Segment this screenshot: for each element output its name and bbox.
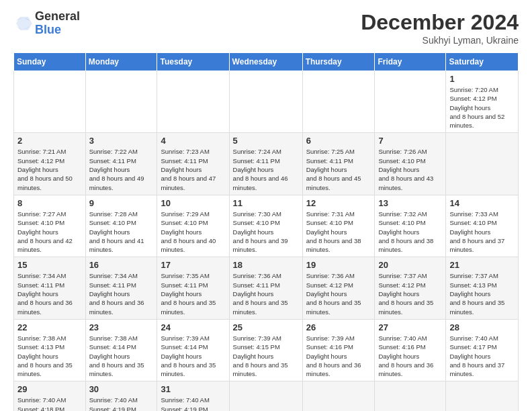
calendar-cell	[446, 381, 519, 411]
day-info: Sunrise: 7:27 AM Sunset: 4:10 PM Dayligh…	[17, 210, 82, 254]
day-info: Sunrise: 7:26 AM Sunset: 4:10 PM Dayligh…	[378, 147, 442, 191]
calendar-cell: 19 Sunrise: 7:36 AM Sunset: 4:12 PM Dayl…	[302, 257, 375, 319]
calendar-cell: 12 Sunrise: 7:31 AM Sunset: 4:10 PM Dayl…	[302, 195, 375, 257]
day-info: Sunrise: 7:22 AM Sunset: 4:11 PM Dayligh…	[89, 147, 154, 191]
location-subtitle: Sukhyi Lyman, Ukraine	[361, 35, 519, 46]
day-number: 1	[449, 74, 515, 84]
calendar-cell: 22 Sunrise: 7:38 AM Sunset: 4:13 PM Dayl…	[14, 319, 86, 381]
day-info: Sunrise: 7:34 AM Sunset: 4:11 PM Dayligh…	[17, 271, 82, 316]
day-number: 7	[378, 136, 442, 146]
day-number: 13	[378, 198, 442, 208]
calendar-cell: 21 Sunrise: 7:37 AM Sunset: 4:13 PM Dayl…	[446, 257, 519, 319]
calendar-cell	[375, 381, 446, 411]
day-number: 15	[17, 260, 82, 270]
day-number: 21	[449, 260, 515, 270]
logo: General Blue	[13, 10, 80, 37]
day-number: 2	[17, 136, 82, 146]
day-number: 11	[233, 198, 299, 208]
page: General Blue December 2024 Sukhyi Lyman,…	[0, 0, 532, 411]
calendar-cell	[229, 381, 302, 411]
day-info: Sunrise: 7:29 AM Sunset: 4:10 PM Dayligh…	[161, 210, 225, 254]
day-info: Sunrise: 7:23 AM Sunset: 4:11 PM Dayligh…	[161, 147, 225, 191]
day-info: Sunrise: 7:30 AM Sunset: 4:10 PM Dayligh…	[233, 210, 299, 254]
day-info: Sunrise: 7:36 AM Sunset: 4:11 PM Dayligh…	[233, 271, 299, 316]
day-info: Sunrise: 7:40 AM Sunset: 4:17 PM Dayligh…	[449, 334, 515, 378]
day-number: 25	[233, 322, 299, 332]
calendar-week-4: 22 Sunrise: 7:38 AM Sunset: 4:13 PM Dayl…	[14, 319, 519, 381]
month-title: December 2024	[361, 10, 519, 35]
calendar-cell: 3 Sunrise: 7:22 AM Sunset: 4:11 PM Dayli…	[85, 133, 157, 195]
day-info: Sunrise: 7:21 AM Sunset: 4:12 PM Dayligh…	[17, 147, 82, 191]
calendar-cell: 28 Sunrise: 7:40 AM Sunset: 4:17 PM Dayl…	[446, 319, 519, 381]
day-info: Sunrise: 7:34 AM Sunset: 4:11 PM Dayligh…	[89, 271, 154, 316]
calendar-cell: 26 Sunrise: 7:39 AM Sunset: 4:16 PM Dayl…	[302, 319, 375, 381]
header-wednesday: Wednesday	[229, 53, 302, 71]
calendar-cell: 4 Sunrise: 7:23 AM Sunset: 4:11 PM Dayli…	[157, 133, 229, 195]
day-number: 29	[17, 384, 82, 394]
day-info: Sunrise: 7:24 AM Sunset: 4:11 PM Dayligh…	[233, 147, 299, 191]
calendar-cell: 30 Sunrise: 7:40 AM Sunset: 4:19 PM Dayl…	[85, 381, 157, 411]
header-thursday: Thursday	[302, 53, 375, 71]
day-info: Sunrise: 7:40 AM Sunset: 4:19 PM Dayligh…	[161, 396, 225, 411]
calendar-cell: 23 Sunrise: 7:38 AM Sunset: 4:14 PM Dayl…	[85, 319, 157, 381]
calendar-cell: 29 Sunrise: 7:40 AM Sunset: 4:18 PM Dayl…	[14, 381, 86, 411]
day-number: 3	[89, 136, 154, 146]
calendar-cell: 1 Sunrise: 7:20 AM Sunset: 4:12 PM Dayli…	[446, 71, 519, 133]
calendar-cell	[446, 133, 519, 195]
calendar-cell: 17 Sunrise: 7:35 AM Sunset: 4:11 PM Dayl…	[157, 257, 229, 319]
header-sunday: Sunday	[14, 53, 86, 71]
day-number: 23	[89, 322, 154, 332]
calendar-header-row: Sunday Monday Tuesday Wednesday Thursday…	[14, 53, 519, 71]
calendar-cell: 9 Sunrise: 7:28 AM Sunset: 4:10 PM Dayli…	[85, 195, 157, 257]
calendar-cell	[157, 71, 229, 133]
day-info: Sunrise: 7:38 AM Sunset: 4:13 PM Dayligh…	[17, 334, 82, 378]
calendar-cell: 6 Sunrise: 7:25 AM Sunset: 4:11 PM Dayli…	[302, 133, 375, 195]
day-number: 14	[449, 198, 515, 208]
calendar-cell: 24 Sunrise: 7:39 AM Sunset: 4:14 PM Dayl…	[157, 319, 229, 381]
day-number: 24	[161, 322, 225, 332]
day-number: 20	[378, 260, 442, 270]
calendar-cell: 13 Sunrise: 7:32 AM Sunset: 4:10 PM Dayl…	[375, 195, 446, 257]
day-number: 8	[17, 198, 82, 208]
header-saturday: Saturday	[446, 53, 519, 71]
calendar-cell	[85, 71, 157, 133]
day-info: Sunrise: 7:39 AM Sunset: 4:15 PM Dayligh…	[233, 334, 299, 378]
day-number: 4	[161, 136, 225, 146]
calendar-cell: 8 Sunrise: 7:27 AM Sunset: 4:10 PM Dayli…	[14, 195, 86, 257]
calendar-week-1: 2 Sunrise: 7:21 AM Sunset: 4:12 PM Dayli…	[14, 133, 519, 195]
calendar-week-5: 29 Sunrise: 7:40 AM Sunset: 4:18 PM Dayl…	[14, 381, 519, 411]
logo-text: General Blue	[35, 10, 80, 37]
calendar-cell	[14, 71, 86, 133]
day-info: Sunrise: 7:39 AM Sunset: 4:14 PM Dayligh…	[161, 334, 225, 378]
calendar-cell: 10 Sunrise: 7:29 AM Sunset: 4:10 PM Dayl…	[157, 195, 229, 257]
calendar-cell	[302, 71, 375, 133]
day-info: Sunrise: 7:31 AM Sunset: 4:10 PM Dayligh…	[306, 210, 371, 254]
calendar-cell: 2 Sunrise: 7:21 AM Sunset: 4:12 PM Dayli…	[14, 133, 86, 195]
day-number: 22	[17, 322, 82, 332]
calendar-cell: 14 Sunrise: 7:33 AM Sunset: 4:10 PM Dayl…	[446, 195, 519, 257]
calendar-cell: 16 Sunrise: 7:34 AM Sunset: 4:11 PM Dayl…	[85, 257, 157, 319]
day-number: 10	[161, 198, 225, 208]
header-monday: Monday	[85, 53, 157, 71]
day-number: 30	[89, 384, 154, 394]
header: General Blue December 2024 Sukhyi Lyman,…	[13, 10, 519, 46]
day-number: 5	[233, 136, 299, 146]
day-info: Sunrise: 7:40 AM Sunset: 4:19 PM Dayligh…	[89, 396, 154, 411]
day-info: Sunrise: 7:40 AM Sunset: 4:16 PM Dayligh…	[378, 334, 442, 378]
calendar-cell: 31 Sunrise: 7:40 AM Sunset: 4:19 PM Dayl…	[157, 381, 229, 411]
day-info: Sunrise: 7:37 AM Sunset: 4:13 PM Dayligh…	[449, 271, 515, 316]
title-block: December 2024 Sukhyi Lyman, Ukraine	[361, 10, 519, 46]
calendar-cell	[229, 71, 302, 133]
day-info: Sunrise: 7:33 AM Sunset: 4:10 PM Dayligh…	[449, 210, 515, 254]
day-info: Sunrise: 7:40 AM Sunset: 4:18 PM Dayligh…	[17, 396, 82, 411]
day-number: 17	[161, 260, 225, 270]
calendar-cell: 15 Sunrise: 7:34 AM Sunset: 4:11 PM Dayl…	[14, 257, 86, 319]
calendar-cell: 20 Sunrise: 7:37 AM Sunset: 4:12 PM Dayl…	[375, 257, 446, 319]
day-info: Sunrise: 7:25 AM Sunset: 4:11 PM Dayligh…	[306, 147, 371, 191]
day-number: 18	[233, 260, 299, 270]
day-info: Sunrise: 7:36 AM Sunset: 4:12 PM Dayligh…	[306, 271, 371, 316]
logo-general-text: General	[35, 10, 80, 24]
day-number: 12	[306, 198, 371, 208]
calendar-week-3: 15 Sunrise: 7:34 AM Sunset: 4:11 PM Dayl…	[14, 257, 519, 319]
calendar-cell: 18 Sunrise: 7:36 AM Sunset: 4:11 PM Dayl…	[229, 257, 302, 319]
